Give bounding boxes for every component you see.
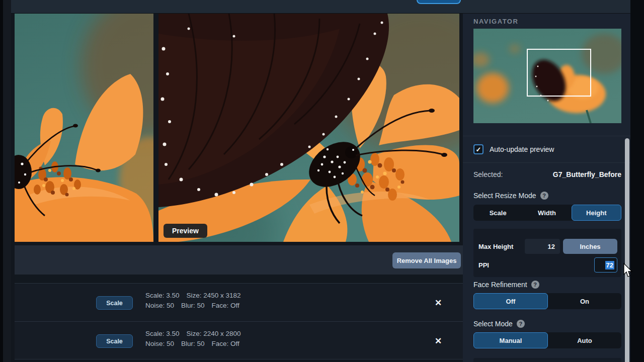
face-on-button[interactable]: On xyxy=(548,293,621,309)
row-scale-value: Scale: 3.50 xyxy=(145,330,180,337)
row-size-value: Size: 2240 x 2800 xyxy=(187,330,241,337)
gigapixel-app-window: Preview Remove All Images Scale Scale: 3… xyxy=(0,0,644,362)
tab-width[interactable]: Width xyxy=(522,205,571,221)
max-height-label: Max Height xyxy=(478,243,525,250)
left-edge-strip xyxy=(0,0,11,362)
row-face-value: Face: Off xyxy=(212,340,239,347)
max-height-input[interactable]: 12 xyxy=(525,239,560,254)
auto-update-label: Auto-update preview xyxy=(490,145,554,153)
queue-row-settings: Scale: 3.50Size: 2450 x 3182 Noise: 50Bl… xyxy=(145,291,248,311)
help-icon[interactable]: ? xyxy=(540,192,548,200)
selected-file-row: Selected: G7_Butterfly_Before xyxy=(473,170,621,178)
ppi-input[interactable]: 72 xyxy=(594,257,617,273)
tab-height[interactable]: Height xyxy=(572,205,621,221)
help-icon[interactable]: ? xyxy=(517,320,525,328)
selected-label: Selected: xyxy=(473,170,503,178)
queue-row[interactable]: Scale Scale: 3.50Size: 2450 x 3182 Noise… xyxy=(15,283,463,321)
row-blur-value: Blur: 50 xyxy=(181,302,205,309)
select-mode-label-text: Select Mode xyxy=(473,320,513,328)
divider xyxy=(463,136,630,136)
right-edge-strip xyxy=(630,0,644,362)
tab-scale[interactable]: Scale xyxy=(473,205,522,221)
original-butterfly-photo xyxy=(15,14,153,242)
preview-image-pane[interactable]: Preview xyxy=(158,14,459,242)
navigator-thumbnail[interactable] xyxy=(473,29,621,123)
resize-mode-label-text: Select Resize Mode xyxy=(473,192,536,200)
action-band: Remove All Images xyxy=(15,245,463,275)
scale-mode-button[interactable]: Scale xyxy=(96,334,133,348)
row-size-value: Size: 2450 x 3182 xyxy=(187,292,241,299)
face-refinement-toggle: Off On xyxy=(473,293,621,309)
sidebar-scrollbar[interactable] xyxy=(625,138,629,362)
row-face-value: Face: Off xyxy=(212,302,239,309)
face-refinement-section-label: Face Refinement ? xyxy=(473,281,539,289)
navigator-crop-rectangle[interactable] xyxy=(527,49,591,97)
face-refinement-label-text: Face Refinement xyxy=(473,281,527,289)
max-height-row: Max Height 12 Inches xyxy=(478,239,617,254)
settings-sidebar: NAVIGATOR xyxy=(463,14,630,362)
units-button[interactable]: Inches xyxy=(563,239,617,254)
original-image-pane[interactable] xyxy=(15,14,153,242)
resize-mode-tabs: Scale Width Height xyxy=(473,205,621,221)
mode-auto-button[interactable]: Auto xyxy=(548,332,621,348)
select-mode-toggle: Manual Auto xyxy=(473,332,621,348)
face-off-button[interactable]: Off xyxy=(473,293,548,309)
resize-mode-section-label: Select Resize Mode ? xyxy=(473,192,548,200)
preview-label-chip: Preview xyxy=(164,224,207,238)
auto-update-row: ✓ Auto-update preview xyxy=(473,144,554,154)
queue-row-settings: Scale: 3.50Size: 2240 x 2800 Noise: 50Bl… xyxy=(145,329,248,349)
scale-mode-button[interactable]: Scale xyxy=(96,296,133,310)
next-panel-partial xyxy=(473,358,621,362)
row-noise-value: Noise: 50 xyxy=(145,302,174,309)
select-mode-section-label: Select Mode ? xyxy=(473,320,525,328)
help-icon[interactable]: ? xyxy=(531,281,539,289)
row-scale-value: Scale: 3.50 xyxy=(145,292,180,299)
remove-all-images-button[interactable]: Remove All Images xyxy=(392,252,461,268)
close-icon[interactable]: ✕ xyxy=(431,295,446,310)
mode-manual-button[interactable]: Manual xyxy=(473,332,548,348)
row-blur-value: Blur: 50 xyxy=(181,340,205,347)
auto-update-checkbox[interactable]: ✓ xyxy=(473,144,484,154)
image-queue-list: Scale Scale: 3.50Size: 2450 x 3182 Noise… xyxy=(15,275,463,362)
height-settings-panel: Max Height 12 Inches PPI 72 xyxy=(473,229,621,277)
top-toolbar xyxy=(11,0,630,14)
close-icon[interactable]: ✕ xyxy=(431,333,446,348)
divider xyxy=(463,162,630,163)
row-noise-value: Noise: 50 xyxy=(145,340,174,347)
ppi-label: PPI xyxy=(478,261,594,269)
queue-row[interactable]: Scale Scale: 3.50Size: 2240 x 2800 Noise… xyxy=(15,321,463,359)
navigator-title: NAVIGATOR xyxy=(473,18,621,25)
ppi-value-selected: 72 xyxy=(605,261,614,269)
ppi-row: PPI 72 xyxy=(478,257,617,273)
update-preview-button-partial[interactable] xyxy=(417,0,461,4)
selected-filename: G7_Butterfly_Before xyxy=(553,170,621,178)
upscaled-butterfly-photo xyxy=(158,14,459,242)
